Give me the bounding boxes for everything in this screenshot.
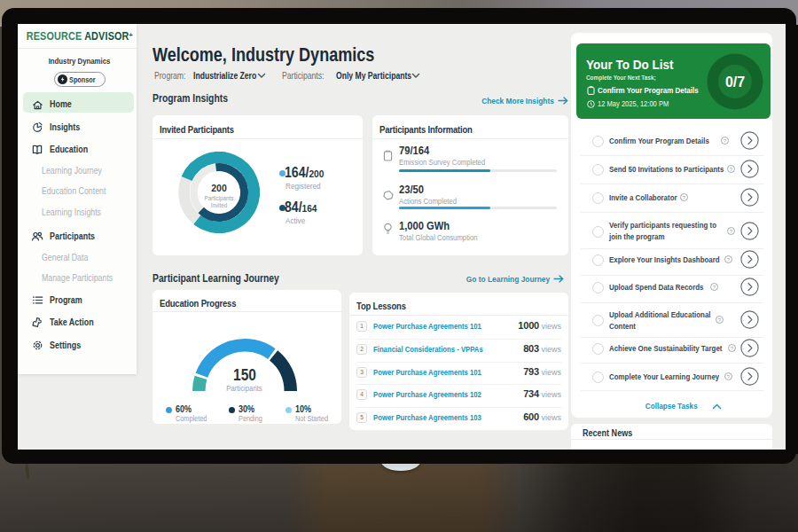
svg-text:Participants: Participants — [205, 195, 234, 202]
svg-text:200: 200 — [211, 183, 227, 193]
svg-text:Invited: Invited — [211, 202, 228, 208]
svg-text:0/7: 0/7 — [725, 74, 745, 90]
